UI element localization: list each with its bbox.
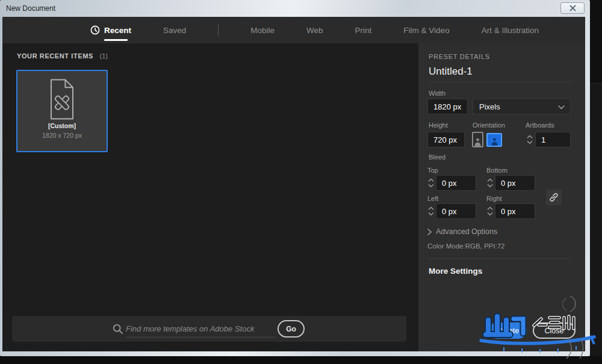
- advanced-options-label: Advanced Options: [436, 227, 497, 236]
- tab-art-illustration[interactable]: Art & Illustration: [482, 17, 539, 43]
- height-value: 720 px: [433, 135, 457, 144]
- color-mode-summary: Color Mode:RGB, PPI:72: [427, 242, 504, 250]
- create-button[interactable]: Create: [489, 322, 527, 339]
- close-icon: [569, 5, 576, 11]
- adobe-stock-search-bar: Go: [12, 316, 406, 342]
- document-name-input[interactable]: Untitled-1: [429, 66, 473, 78]
- bleed-bottom-stepper[interactable]: [486, 175, 494, 191]
- window-title: New Document: [6, 0, 55, 17]
- new-document-window: New Document Recent Saved: [0, 0, 590, 356]
- bleed-top-input[interactable]: 0 px: [436, 175, 476, 191]
- window-titlebar: New Document: [0, 0, 590, 17]
- stepper-down-icon: [487, 184, 493, 187]
- tab-label-recent: Recent: [104, 26, 131, 35]
- bleed-label: Bleed: [429, 153, 445, 161]
- chevron-down-icon: [558, 105, 565, 110]
- tab-label-print: Print: [355, 26, 372, 35]
- recent-item-size: 1820 x 720 px: [17, 132, 107, 139]
- stepper-down-icon: [428, 212, 434, 215]
- preset-details-heading: PRESET DETAILS: [429, 53, 490, 60]
- recent-items-panel: YOUR RECENT ITEMS (1) [Custom] 1820 x 72…: [2, 43, 418, 351]
- stepper-up-icon: [527, 135, 533, 138]
- units-dropdown[interactable]: Pixels: [473, 99, 571, 114]
- artboards-value: 1: [541, 135, 545, 144]
- desktop-background-bottom: [0, 356, 602, 364]
- close-button-label: Close: [545, 327, 564, 335]
- bleed-left-input[interactable]: 0 px: [436, 203, 476, 219]
- tab-label-web: Web: [306, 26, 323, 35]
- recent-items-heading: YOUR RECENT ITEMS (1): [17, 52, 108, 60]
- create-button-label: Create: [497, 327, 520, 335]
- units-value: Pixels: [479, 102, 500, 111]
- search-icon: [113, 324, 123, 335]
- stepper-up-icon: [487, 207, 493, 210]
- close-button[interactable]: Close: [533, 322, 576, 339]
- link-icon: [549, 193, 559, 202]
- bleed-right-label: Right: [486, 195, 502, 202]
- advanced-options-toggle[interactable]: Advanced Options: [427, 227, 497, 236]
- tab-label-art-illustration: Art & Illustration: [482, 26, 539, 35]
- tab-film-video[interactable]: Film & Video: [403, 17, 449, 43]
- active-tab-underline: [104, 39, 128, 41]
- bleed-right-input[interactable]: 0 px: [495, 203, 535, 219]
- bleed-top-label: Top: [427, 167, 438, 174]
- artboards-stepper[interactable]: [526, 132, 533, 147]
- tab-group-divider: [218, 25, 219, 35]
- preset-details-panel: PRESET DETAILS Untitled-1 Width 1820 px …: [418, 43, 585, 351]
- new-document-dialog: Recent Saved Mobile Web Print Film & Vid: [2, 17, 585, 351]
- portrait-figure-icon: [474, 138, 482, 146]
- tab-saved[interactable]: Saved: [163, 17, 186, 43]
- landscape-figure-icon: [491, 138, 498, 146]
- screen: New Document Recent Saved: [0, 0, 602, 364]
- stepper-down-icon: [527, 141, 533, 144]
- recent-items-heading-text: YOUR RECENT ITEMS: [17, 52, 93, 60]
- tab-print[interactable]: Print: [355, 17, 372, 43]
- width-label: Width: [429, 90, 445, 97]
- tab-web[interactable]: Web: [306, 17, 323, 43]
- desktop-seam-line: [590, 83, 602, 84]
- height-label: Height: [429, 122, 448, 129]
- recent-items-count: (1): [100, 52, 108, 60]
- bleed-left-stepper[interactable]: [427, 203, 435, 219]
- tab-label-saved: Saved: [163, 26, 186, 35]
- orientation-landscape-button[interactable]: [486, 133, 502, 147]
- clock-icon: [90, 25, 100, 35]
- divider: [429, 82, 571, 82]
- width-value: 1820 px: [433, 102, 461, 111]
- go-button[interactable]: Go: [278, 320, 305, 338]
- bleed-bottom-input[interactable]: 0 px: [495, 175, 535, 191]
- stepper-up-icon: [428, 207, 434, 210]
- bleed-top-stepper[interactable]: [427, 175, 435, 191]
- bleed-link-toggle[interactable]: [546, 190, 562, 205]
- divider: [429, 258, 571, 259]
- tab-recent[interactable]: Recent: [90, 17, 131, 43]
- orientation-portrait-button[interactable]: [472, 132, 483, 147]
- tab-mobile[interactable]: Mobile: [250, 17, 275, 43]
- bleed-right-stepper[interactable]: [486, 203, 494, 219]
- height-input[interactable]: 720 px: [427, 132, 465, 147]
- width-input[interactable]: 1820 px: [427, 99, 468, 114]
- artboards-input[interactable]: 1: [535, 132, 571, 147]
- tab-label-film-video: Film & Video: [403, 26, 449, 35]
- bleed-left-value: 0 px: [442, 207, 457, 216]
- bleed-bottom-label: Bottom: [486, 167, 507, 174]
- chevron-right-icon: [427, 229, 432, 235]
- stepper-up-icon: [428, 179, 434, 182]
- custom-document-icon: [45, 78, 79, 121]
- window-close-button[interactable]: [560, 2, 585, 14]
- more-settings-button[interactable]: More Settings: [429, 267, 482, 276]
- bleed-left-label: Left: [427, 195, 438, 202]
- recent-item-card[interactable]: [Custom] 1820 x 720 px: [16, 70, 108, 152]
- artboards-label: Artboards: [526, 122, 554, 129]
- bleed-right-value: 0 px: [501, 207, 516, 216]
- recent-item-name: [Custom]: [17, 122, 107, 129]
- orientation-label: Orientation: [473, 122, 505, 129]
- tab-label-mobile: Mobile: [250, 26, 275, 35]
- desktop-dark-strip: [590, 0, 602, 83]
- tab-bar: Recent Saved Mobile Web Print Film & Vid: [2, 17, 585, 43]
- stepper-up-icon: [487, 179, 493, 182]
- stepper-down-icon: [487, 212, 493, 215]
- template-search-input[interactable]: [126, 320, 275, 338]
- go-button-label: Go: [286, 325, 296, 333]
- bleed-top-value: 0 px: [442, 179, 457, 188]
